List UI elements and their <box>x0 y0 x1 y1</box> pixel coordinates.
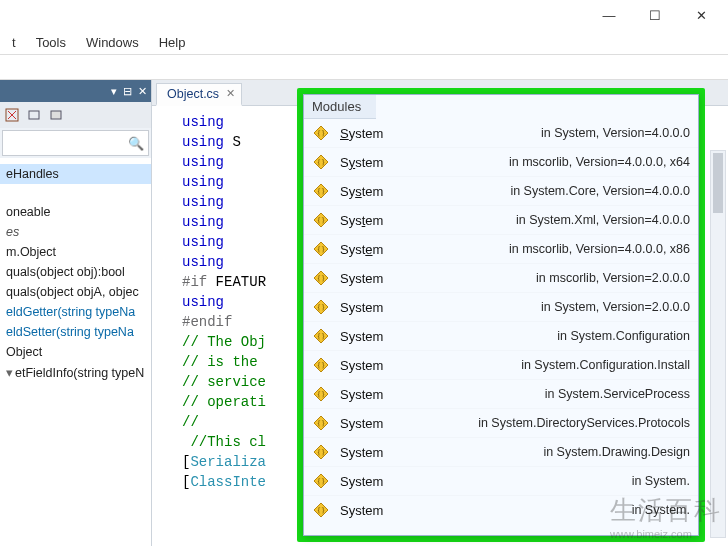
tree-item-label: m.Object <box>6 245 56 259</box>
tree-item-label: oneable <box>6 205 51 219</box>
namespace-icon: {} <box>312 472 330 490</box>
svg-text:{}: {} <box>317 389 326 399</box>
popup-row[interactable]: {}Systemin System, Version=4.0.0.0 <box>304 119 698 147</box>
svg-text:{}: {} <box>317 360 326 370</box>
svg-text:{}: {} <box>317 418 326 428</box>
popup-row[interactable]: {}Systemin System.Xml, Version=4.0.0.0 <box>304 205 698 234</box>
popup-item-location: in System, Version=2.0.0.0 <box>420 300 690 314</box>
popup-item-name: System <box>340 416 410 431</box>
tree-item[interactable]: quals(object objA, objec <box>0 282 151 302</box>
popup-item-name: System <box>340 329 410 344</box>
tree-item[interactable]: eHandles <box>0 164 151 184</box>
popup-row[interactable]: {}Systemin System. <box>304 466 698 495</box>
editor-scrollbar[interactable] <box>710 150 726 538</box>
menu-item-windows[interactable]: Windows <box>78 33 147 52</box>
popup-header: Modules <box>304 95 376 119</box>
search-icon: 🔍 <box>128 136 144 151</box>
popup-item-name: System <box>340 213 410 228</box>
popup-item-location: in System. <box>420 474 690 488</box>
popup-row[interactable]: {}Systemin System.Drawing.Design <box>304 437 698 466</box>
toolbar-icon-2[interactable] <box>26 107 42 123</box>
popup-list[interactable]: {}Systemin System, Version=4.0.0.0{}Syst… <box>304 119 698 535</box>
popup-item-location: in System.Configuration.Install <box>420 358 690 372</box>
popup-item-name: System <box>340 387 410 402</box>
panel-header: ▾ ⊟ ✕ <box>0 80 151 102</box>
tab-object-cs[interactable]: Object.cs ✕ <box>156 83 242 106</box>
panel-search[interactable]: 🔍 <box>2 130 149 156</box>
svg-text:{}: {} <box>317 505 326 515</box>
chevron-down-icon: ▾ <box>6 366 15 380</box>
namespace-icon: {} <box>312 443 330 461</box>
popup-item-location: in System.Drawing.Design <box>420 445 690 459</box>
window-minimize-button[interactable]: — <box>586 0 632 30</box>
popup-row[interactable]: {}Systemin System.Configuration.Install <box>304 350 698 379</box>
svg-text:{}: {} <box>317 302 326 312</box>
tree-item[interactable]: eldGetter(string typeNa <box>0 302 151 322</box>
tree-item[interactable]: ▾etFieldInfo(string typeN <box>0 362 151 383</box>
svg-rect-3 <box>29 111 39 119</box>
window-maximize-button[interactable]: ☐ <box>632 0 678 30</box>
tree-item-label: quals(object obj):bool <box>6 265 125 279</box>
tree-item-label: es <box>6 225 19 239</box>
toolbar-icon-3[interactable] <box>48 107 64 123</box>
autohide-icon[interactable]: ▾ <box>111 85 117 98</box>
popup-row[interactable]: {}Systemin System, Version=2.0.0.0 <box>304 292 698 321</box>
namespace-icon: {} <box>312 124 330 142</box>
panel-toolbar <box>0 102 151 128</box>
tree-item[interactable]: m.Object <box>0 242 151 262</box>
tree-item[interactable]: quals(object obj):bool <box>0 262 151 282</box>
tree-item-label: eldGetter(string typeNa <box>6 305 135 319</box>
tree-item-label: Object <box>6 345 42 359</box>
popup-item-location: in mscorlib, Version=2.0.0.0 <box>420 271 690 285</box>
namespace-icon: {} <box>312 414 330 432</box>
menubar: t Tools Windows Help <box>0 30 728 54</box>
intellisense-popup-highlight: Modules {}Systemin System, Version=4.0.0… <box>297 88 705 542</box>
popup-row[interactable]: {}Systemin System.Configuration <box>304 321 698 350</box>
tree-item-label: quals(object objA, objec <box>6 285 139 299</box>
panel-close-icon[interactable]: ✕ <box>138 85 147 98</box>
popup-row[interactable]: {}Systemin mscorlib, Version=4.0.0.0, x8… <box>304 234 698 263</box>
svg-text:{}: {} <box>317 128 326 138</box>
popup-item-name: System <box>340 358 410 373</box>
popup-item-name: System <box>340 271 410 286</box>
tab-close-icon[interactable]: ✕ <box>226 87 235 100</box>
namespace-icon: {} <box>312 153 330 171</box>
tree-item-label: eldSetter(string typeNa <box>6 325 134 339</box>
popup-row[interactable]: {}Systemin System. <box>304 495 698 524</box>
menu-item-help[interactable]: Help <box>151 33 194 52</box>
namespace-icon: {} <box>312 269 330 287</box>
popup-item-name: System <box>340 474 410 489</box>
tree-item[interactable]: eldSetter(string typeNa <box>0 322 151 342</box>
popup-item-name: System <box>340 126 410 141</box>
popup-row[interactable]: {}Systemin mscorlib, Version=2.0.0.0 <box>304 263 698 292</box>
toolbar-icon-1[interactable] <box>4 107 20 123</box>
main-toolbar <box>0 54 728 80</box>
svg-text:{}: {} <box>317 215 326 225</box>
namespace-icon: {} <box>312 211 330 229</box>
namespace-icon: {} <box>312 240 330 258</box>
popup-row[interactable]: {}Systemin System.Core, Version=4.0.0.0 <box>304 176 698 205</box>
tree-item[interactable]: Object <box>0 342 151 362</box>
popup-item-name: System <box>340 155 410 170</box>
tree-item[interactable]: oneable <box>0 202 151 222</box>
menu-item-truncated[interactable]: t <box>4 33 24 52</box>
popup-row[interactable]: {}Systemin mscorlib, Version=4.0.0.0, x6… <box>304 147 698 176</box>
titlebar: — ☐ ✕ <box>0 0 728 30</box>
popup-item-location: in System.Core, Version=4.0.0.0 <box>420 184 690 198</box>
side-panel: ▾ ⊟ ✕ 🔍 eHandlesoneableesm.Objectquals(o… <box>0 80 152 546</box>
tree-item[interactable]: es <box>0 222 151 242</box>
svg-text:{}: {} <box>317 447 326 457</box>
popup-row[interactable]: {}Systemin System.ServiceProcess <box>304 379 698 408</box>
intellisense-popup[interactable]: Modules {}Systemin System, Version=4.0.0… <box>303 94 699 536</box>
menu-item-tools[interactable]: Tools <box>28 33 74 52</box>
window-close-button[interactable]: ✕ <box>678 0 724 30</box>
svg-text:{}: {} <box>317 476 326 486</box>
pin-icon[interactable]: ⊟ <box>123 85 132 98</box>
tree-item-label: etFieldInfo(string typeN <box>15 366 144 380</box>
namespace-icon: {} <box>312 501 330 519</box>
popup-row[interactable]: {}Systemin System.DirectoryServices.Prot… <box>304 408 698 437</box>
popup-item-location: in System.DirectoryServices.Protocols <box>420 416 690 430</box>
svg-text:{}: {} <box>317 331 326 341</box>
namespace-icon: {} <box>312 385 330 403</box>
class-tree[interactable]: eHandlesoneableesm.Objectquals(object ob… <box>0 158 151 546</box>
